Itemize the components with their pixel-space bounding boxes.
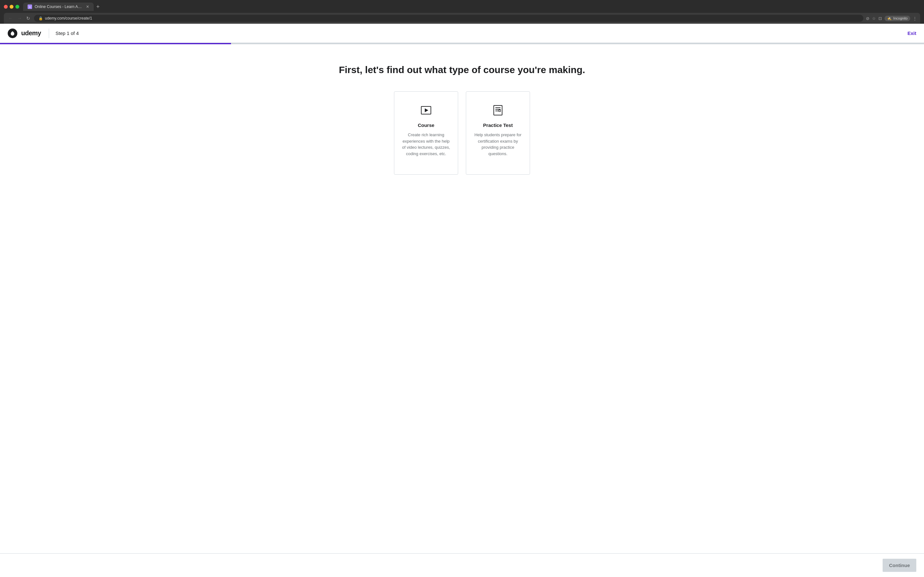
- split-view-icon[interactable]: ⊡: [879, 16, 882, 21]
- traffic-lights: [4, 5, 19, 9]
- minimize-traffic-light[interactable]: [10, 5, 13, 9]
- tab-close-icon[interactable]: ✕: [86, 5, 89, 9]
- lock-icon: 🔒: [39, 16, 43, 21]
- incognito-label: Incognito: [893, 16, 908, 20]
- new-tab-icon[interactable]: +: [96, 3, 100, 10]
- nav-right-icons: ⊘ ☆ ⊡ 🕵 Incognito ⋮: [866, 16, 917, 21]
- browser-nav-bar: ← → ↻ 🔒 udemy.com/course/create/1 ⊘ ☆ ⊡ …: [4, 13, 920, 24]
- practice-test-card[interactable]: Practice Test Help students prepare for …: [466, 91, 530, 175]
- video-icon: [420, 105, 432, 116]
- forward-button[interactable]: →: [16, 15, 23, 21]
- browser-tab[interactable]: u Online Courses - Learn Anythi... ✕: [23, 3, 94, 11]
- practice-test-card-description: Help students prepare for certification …: [473, 132, 523, 157]
- app-footer: Continue: [0, 553, 924, 577]
- step-label: Step 1 of 4: [55, 31, 79, 36]
- address-bar[interactable]: 🔒 udemy.com/course/create/1: [34, 15, 863, 22]
- camera-off-icon: ⊘: [866, 16, 869, 21]
- cards-container: Course Create rich learning experiences …: [394, 91, 530, 175]
- browser-tab-bar: u Online Courses - Learn Anythi... ✕ +: [4, 3, 920, 11]
- header-divider: [49, 29, 49, 38]
- exit-button[interactable]: Exit: [907, 31, 916, 36]
- continue-button[interactable]: Continue: [883, 559, 916, 572]
- incognito-badge: 🕵 Incognito: [885, 16, 910, 21]
- svg-marker-1: [425, 108, 428, 112]
- practice-test-card-title: Practice Test: [483, 122, 513, 128]
- tab-favicon: u: [27, 5, 32, 9]
- page-heading: First, let's find out what type of cours…: [339, 63, 585, 76]
- main-content: First, let's find out what type of cours…: [0, 44, 924, 553]
- close-traffic-light[interactable]: [4, 5, 8, 9]
- refresh-button[interactable]: ↻: [25, 15, 31, 21]
- tab-title: Online Courses - Learn Anythi...: [35, 5, 83, 9]
- udemy-logo-icon: [8, 29, 17, 38]
- svg-rect-6: [499, 110, 501, 111]
- back-button[interactable]: ←: [7, 15, 14, 21]
- udemy-logo[interactable]: udemy: [8, 29, 41, 38]
- incognito-icon: 🕵: [887, 16, 892, 21]
- test-icon: [492, 105, 504, 116]
- course-card-description: Create rich learning experiences with th…: [401, 132, 451, 157]
- browser-menu-icon[interactable]: ⋮: [913, 16, 917, 21]
- browser-chrome: u Online Courses - Learn Anythi... ✕ + ←…: [0, 0, 924, 24]
- course-card[interactable]: Course Create rich learning experiences …: [394, 91, 458, 175]
- app-header: udemy Step 1 of 4 Exit: [0, 24, 924, 43]
- svg-rect-2: [494, 105, 502, 115]
- maximize-traffic-light[interactable]: [15, 5, 19, 9]
- nav-buttons: ← → ↻: [7, 15, 31, 21]
- bookmark-icon[interactable]: ☆: [872, 16, 876, 21]
- udemy-logo-text: udemy: [21, 29, 41, 37]
- course-card-title: Course: [418, 122, 435, 128]
- address-text: udemy.com/course/create/1: [45, 16, 92, 21]
